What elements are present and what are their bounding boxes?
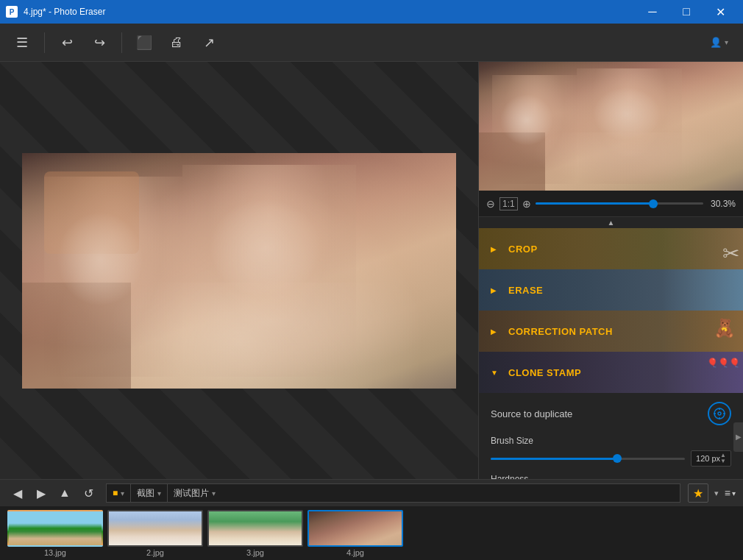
tool-section-clone-stamp: ▼ CLONE STAMP 🎈🎈🎈 Source to duplicate [479,352,743,479]
filmstrip-nav: ◀ ▶ ▲ ↺ ■ ▾ 截图 ▾ 测试图片 ▾ ★ ▾ ≡ ▾ [0,480,743,506]
correction-right-image: 🧸 [655,311,743,352]
share-button[interactable]: ↗ [196,29,222,56]
divider-2 [121,32,122,53]
window-title: 4.jpg* - Photo Eraser [24,7,105,17]
brush-size-arrows: ▲ ▼ [720,453,726,464]
print-button[interactable]: 🖨 [163,29,190,56]
user-menu[interactable]: 👤 ▾ [704,34,734,51]
zoom-slider-fill [536,202,653,205]
filmstrip-item-2[interactable]: 3.jpg [207,510,303,557]
filter-button[interactable]: ≡ ▾ [725,487,736,499]
filter-icon: ≡ [725,487,730,499]
source-icon[interactable] [708,402,731,425]
zoom-in-icon[interactable]: ⊕ [522,198,531,210]
panel-expand-arrow[interactable]: ▶ [733,422,743,452]
erase-right-image [655,269,743,311]
close-button[interactable]: ✕ [703,0,737,24]
menu-button[interactable]: ☰ [9,29,35,56]
user-dropdown-icon: ▾ [725,38,728,46]
svg-point-1 [718,412,721,415]
brush-size-slider[interactable] [491,458,685,460]
filmstrip: 13.jpg 2.jpg 3.jpg 4.jpg [0,506,743,560]
path-bar: ■ ▾ 截图 ▾ 测试图片 ▾ [106,483,680,503]
clone-right-image: 🎈🎈🎈 [655,352,743,393]
dropdown-arrow: ▾ [711,489,722,498]
clone-chevron-icon: ▼ [491,369,501,377]
zoom-slider-thumb[interactable] [649,199,658,208]
window-controls: ─ □ ✕ [636,0,737,24]
maximize-button[interactable]: □ [669,0,703,24]
clone-label: CLONE STAMP [508,367,581,378]
path-chevron-2: ▾ [157,489,161,497]
filmstrip-item-0[interactable]: 13.jpg [7,510,103,557]
clone-stamp-panel: Source to duplicate Brus [479,393,743,479]
path-folder-icon-segment[interactable]: ■ ▾ [106,483,130,503]
erase-header[interactable]: ▶ ERASE [479,269,743,311]
erase-chevron-icon: ▶ [491,286,501,294]
favorites-button[interactable]: ★ [688,483,708,503]
print-icon: 🖨 [170,35,183,50]
preview-image [479,62,743,191]
filmstrip-thumb-2[interactable] [207,510,303,547]
save-button[interactable]: ⬛ [131,29,157,56]
hardness-label: Hardness [491,474,731,479]
app-icon: P [6,6,18,18]
filter-dropdown-icon: ▾ [732,489,736,497]
main-canvas-image[interactable] [22,153,456,389]
photo-content [22,153,456,389]
brush-size-row: Brush Size 120 px ▲ ▼ [491,436,731,467]
filmstrip-thumb-1[interactable] [107,510,203,547]
zoom-reset-icon[interactable]: 1:1 [500,197,518,210]
filmstrip-label-1: 2.jpg [146,548,164,557]
brush-size-label: Brush Size [491,436,731,446]
redo-button[interactable]: ↪ [86,29,113,56]
path-segment-2[interactable]: 测试图片 ▾ [167,483,680,503]
zoom-value: 30.3% [708,199,736,209]
menu-icon: ☰ [16,35,28,51]
crop-label: CROP [508,244,538,255]
tool-section-crop: ▶ CROP ✂ [479,228,743,269]
share-icon: ↗ [204,35,215,51]
undo-button[interactable]: ↩ [54,29,80,56]
zoom-bar: ⊖ 1:1 ⊕ 30.3% [479,191,743,217]
filmstrip-label-0: 13.jpg [44,548,66,557]
nav-forward-button[interactable]: ▶ [31,483,51,503]
brush-size-down[interactable]: ▼ [720,458,726,464]
filmstrip-item-3[interactable]: 4.jpg [307,510,403,557]
right-panel: ⊖ 1:1 ⊕ 30.3% ▲ ▶ CROP ✂ [478,62,743,479]
undo-icon: ↩ [62,35,73,51]
collapse-up-button[interactable]: ▲ [479,217,743,228]
svg-point-0 [714,408,725,419]
filmstrip-item-1[interactable]: 2.jpg [107,510,203,557]
zoom-slider[interactable] [536,202,703,205]
path-segment-1[interactable]: 截图 ▾ [130,483,167,503]
zoom-out-icon[interactable]: ⊖ [486,198,495,210]
save-icon: ⬛ [136,35,152,51]
title-bar: P 4.jpg* - Photo Eraser ─ □ ✕ [0,0,743,24]
erase-label: ERASE [508,285,543,296]
path-chevron-3: ▾ [212,489,216,497]
correction-header[interactable]: ▶ CORRECTION PATCH 🧸 [479,311,743,352]
nav-back-button[interactable]: ◀ [7,483,28,503]
filmstrip-thumb-0[interactable] [7,510,103,547]
tool-section-erase: ▶ ERASE [479,269,743,311]
nav-refresh-button[interactable]: ↺ [78,483,99,503]
divider-1 [44,32,45,53]
brush-size-value: 120 px ▲ ▼ [691,450,731,467]
nav-up-button[interactable]: ▲ [54,483,75,503]
brush-size-slider-row: 120 px ▲ ▼ [491,450,731,467]
bottom-area: ◀ ▶ ▲ ↺ ■ ▾ 截图 ▾ 测试图片 ▾ ★ ▾ ≡ ▾ [0,479,743,560]
filmstrip-label-2: 3.jpg [246,548,264,557]
redo-icon: ↪ [94,35,105,51]
crop-header[interactable]: ▶ CROP ✂ [479,228,743,269]
correction-label: CORRECTION PATCH [508,326,613,337]
clone-stamp-header[interactable]: ▼ CLONE STAMP 🎈🎈🎈 [479,352,743,393]
canvas-area[interactable]: ▲ ▼ ◀ ▶ [0,62,478,479]
brush-size-thumb[interactable] [613,454,622,463]
folder-icon: ■ [113,488,118,498]
correction-chevron-icon: ▶ [491,327,501,336]
user-icon: 👤 [710,37,722,48]
filmstrip-thumb-3[interactable] [307,510,403,547]
minimize-button[interactable]: ─ [636,0,669,24]
toolbar: ☰ ↩ ↪ ⬛ 🖨 ↗ 👤 ▾ [0,24,743,62]
